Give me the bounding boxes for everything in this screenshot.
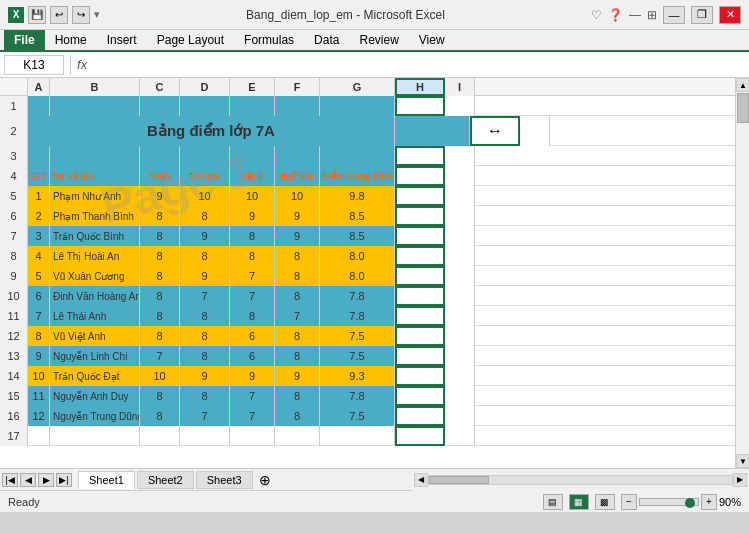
heart-icon: ♡ xyxy=(591,8,602,22)
tab-review[interactable]: Review xyxy=(349,30,408,50)
minimize-ribbon-icon[interactable]: — xyxy=(629,8,641,22)
sheet-tab-1[interactable]: Sheet1 xyxy=(78,471,135,489)
table-row: 3 xyxy=(0,146,735,166)
status-right: ▤ ▦ ▩ − + 90% xyxy=(543,494,741,510)
scroll-left-button[interactable]: ◀ xyxy=(414,473,428,487)
sheet-nav-first[interactable]: |◀ xyxy=(2,473,18,487)
close-button[interactable]: ✕ xyxy=(719,6,741,24)
table-row: 4 STT Họ và tên Toán Tin học Vật lí Ngữ … xyxy=(0,166,735,186)
sheet-tabs: Sheet1 Sheet2 Sheet3 ⊕ xyxy=(74,469,412,491)
tab-file[interactable]: File xyxy=(4,30,45,50)
table-row: 7 3 Trần Quốc Bình 8 9 8 9 8.5 xyxy=(0,226,735,246)
formula-bar: K13 fx xyxy=(0,52,749,78)
cell-reference-box[interactable]: K13 xyxy=(4,55,64,75)
status-ready: Ready xyxy=(8,496,40,508)
table-row: 10 6 Đinh Văn Hoàng Anh 8 7 7 8 7.8 xyxy=(0,286,735,306)
data-rows: 5 1 Phạm Như Anh 9 10 10 10 9.8 6 2 Phạm… xyxy=(0,186,735,426)
sheet-tab-2[interactable]: Sheet2 xyxy=(137,471,194,489)
col-header-I[interactable]: I xyxy=(445,78,475,96)
column-headers: A B C D E F G H I xyxy=(0,78,735,96)
scroll-down-button[interactable]: ▼ xyxy=(736,454,749,468)
table-row: 9 5 Vũ Xuân Cương 8 9 7 8 8.0 xyxy=(0,266,735,286)
table-row: 17 xyxy=(0,426,735,446)
sheet-nav-last[interactable]: ▶| xyxy=(56,473,72,487)
tab-data[interactable]: Data xyxy=(304,30,349,50)
minimize-button[interactable]: — xyxy=(663,6,685,24)
table-row: 14 10 Trần Quốc Đạt 10 9 9 9 9.3 xyxy=(0,366,735,386)
formula-separator xyxy=(70,55,71,75)
title-bar: X 💾 ↩ ↪ ▾ Bang_diem_lop_em - Microsoft E… xyxy=(0,0,749,30)
ribbon-tabs: File Home Insert Page Layout Formulas Da… xyxy=(0,30,749,52)
scroll-up-button[interactable]: ▲ xyxy=(736,78,749,92)
horizontal-scrollbar[interactable]: ◀ ▶ xyxy=(412,469,750,491)
sheet-nav-prev[interactable]: ◀ xyxy=(20,473,36,487)
col-header-A[interactable]: A xyxy=(28,78,50,96)
zoom-control: − + 90% xyxy=(621,494,741,510)
spreadsheet-rows: 1 2 Bảng điểm lớp 7A ↔ xyxy=(0,96,735,186)
scroll-right-button[interactable]: ▶ xyxy=(733,473,747,487)
sheet-tab-3[interactable]: Sheet3 xyxy=(196,471,253,489)
h-scroll-track[interactable] xyxy=(428,475,734,485)
table-row: 13 9 Nguyễn Linh Chi 7 8 6 8 7.5 xyxy=(0,346,735,366)
bottom-bar: |◀ ◀ ▶ ▶| Sheet1 Sheet2 Sheet3 ⊕ ◀ ▶ xyxy=(0,468,749,490)
tab-page-layout[interactable]: Page Layout xyxy=(147,30,234,50)
page-break-view-button[interactable]: ▩ xyxy=(595,494,615,510)
col-header-E[interactable]: E xyxy=(230,78,275,96)
table-row: 11 7 Lê Thái Anh 8 8 8 7 7.8 xyxy=(0,306,735,326)
resize-handle[interactable]: ↔ xyxy=(487,122,503,140)
zoom-out-button[interactable]: − xyxy=(621,494,637,510)
save-button[interactable]: 💾 xyxy=(28,6,46,24)
tab-insert[interactable]: Insert xyxy=(97,30,147,50)
add-sheet-button[interactable]: ⊕ xyxy=(255,472,271,488)
tab-formulas[interactable]: Formulas xyxy=(234,30,304,50)
table-row: 5 1 Phạm Như Anh 9 10 10 10 9.8 xyxy=(0,186,735,206)
col-header-D[interactable]: D xyxy=(180,78,230,96)
fx-label: fx xyxy=(77,57,97,72)
col-header-B[interactable]: B xyxy=(50,78,140,96)
zoom-thumb[interactable] xyxy=(685,498,695,508)
table-row: 8 4 Lê Thị Hoài An 8 8 8 8 8.0 xyxy=(0,246,735,266)
scroll-track[interactable] xyxy=(736,92,749,454)
table-row: 1 xyxy=(0,96,735,116)
undo-button[interactable]: ↩ xyxy=(50,6,68,24)
help-icon[interactable]: ❓ xyxy=(608,8,623,22)
spreadsheet-container[interactable]: A B C D E F G H I 1 xyxy=(0,78,735,468)
title-bar-controls: ♡ ❓ — ⊞ — ❐ ✕ xyxy=(591,6,741,24)
h-scroll-thumb[interactable] xyxy=(429,476,489,484)
zoom-level: 90% xyxy=(719,496,741,508)
sheet-navigation[interactable]: |◀ ◀ ▶ ▶| xyxy=(0,471,74,489)
col-header-H[interactable]: H xyxy=(395,78,445,96)
spreadsheet-title[interactable]: Bảng điểm lớp 7A xyxy=(28,116,395,146)
table-row: 2 Bảng điểm lớp 7A ↔ xyxy=(0,116,735,146)
table-row: 12 8 Vũ Việt Anh 8 8 6 8 7.5 xyxy=(0,326,735,346)
excel-icon: X xyxy=(8,7,24,23)
col-header-F[interactable]: F xyxy=(275,78,320,96)
table-row: 15 11 Nguyễn Anh Duy 8 8 7 8 7.8 xyxy=(0,386,735,406)
status-bar: Ready ▤ ▦ ▩ − + 90% xyxy=(0,490,749,512)
restore-button[interactable]: ❐ xyxy=(691,6,713,24)
zoom-in-button[interactable]: + xyxy=(701,494,717,510)
scroll-thumb[interactable] xyxy=(737,93,749,123)
page-layout-view-button[interactable]: ▦ xyxy=(569,494,589,510)
sheet-nav-next[interactable]: ▶ xyxy=(38,473,54,487)
table-row: 6 2 Phạm Thanh Bình 8 8 9 9 8.5 xyxy=(0,206,735,226)
col-header-G[interactable]: G xyxy=(320,78,395,96)
col-header-C[interactable]: C xyxy=(140,78,180,96)
zoom-slider[interactable] xyxy=(639,498,699,506)
table-row: 16 12 Nguyễn Trung Dũng 8 7 7 8 7.5 xyxy=(0,406,735,426)
normal-view-button[interactable]: ▤ xyxy=(543,494,563,510)
vertical-scrollbar[interactable]: ▲ ▼ xyxy=(735,78,749,468)
share-icon[interactable]: ⊞ xyxy=(647,8,657,22)
tab-home[interactable]: Home xyxy=(45,30,97,50)
main-area: A B C D E F G H I 1 xyxy=(0,78,749,468)
formula-input[interactable] xyxy=(101,55,745,75)
row-num-header xyxy=(0,78,28,95)
window-title: Bang_diem_lop_em - Microsoft Excel xyxy=(100,8,591,22)
tab-view[interactable]: View xyxy=(409,30,455,50)
redo-button[interactable]: ↪ xyxy=(72,6,90,24)
title-bar-left: X 💾 ↩ ↪ ▾ xyxy=(8,6,100,24)
